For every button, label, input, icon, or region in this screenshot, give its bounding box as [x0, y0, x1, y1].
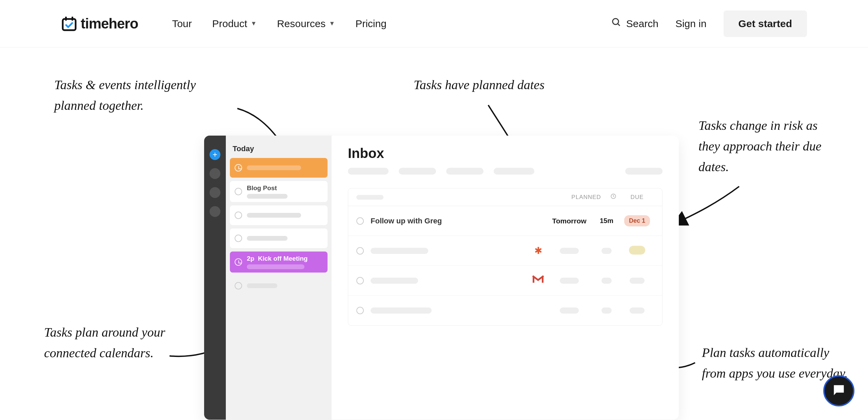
search-icon: [611, 17, 622, 30]
placeholder: [630, 278, 645, 284]
task-checkbox[interactable]: [356, 307, 364, 314]
zapier-icon: ✱: [531, 246, 546, 256]
task-checkbox[interactable]: [235, 212, 242, 219]
placeholder: [371, 307, 432, 314]
event-card-kickoff[interactable]: 2p Kick off Meeting: [230, 252, 328, 273]
table-row[interactable]: [348, 296, 662, 325]
logo-text: timehero: [81, 16, 138, 32]
get-started-button[interactable]: Get started: [724, 11, 807, 37]
primary-nav: Tour Product▼ Resources▼ Pricing: [172, 18, 387, 29]
task-card-blog-post[interactable]: Blog Post: [230, 181, 328, 202]
due-badge: [629, 246, 645, 255]
placeholder: [601, 307, 612, 314]
today-sidebar: Today Blog Post: [226, 136, 332, 420]
nav-resources[interactable]: Resources▼: [277, 18, 335, 29]
inbox-panel: Inbox PLANNED DUE Foll: [332, 136, 679, 420]
nav-tour[interactable]: Tour: [172, 18, 192, 29]
task-checkbox[interactable]: [356, 217, 364, 225]
table-row[interactable]: [348, 266, 662, 296]
svg-rect-0: [63, 19, 76, 30]
task-card[interactable]: [230, 228, 328, 248]
filter-pill[interactable]: [446, 168, 484, 175]
svg-point-3: [613, 19, 619, 25]
annotation-risk: Tasks change in risk as they approach th…: [698, 115, 841, 177]
inbox-title: Inbox: [348, 146, 663, 161]
clock-icon: [235, 164, 242, 172]
filter-pill[interactable]: [494, 168, 534, 175]
placeholder: [371, 278, 418, 284]
event-title: 2p Kick off Meeting: [247, 255, 323, 262]
nav-product[interactable]: Product▼: [212, 18, 257, 29]
clock-icon: [235, 258, 242, 266]
placeholder: [247, 213, 301, 218]
placeholder: [560, 278, 579, 284]
placeholder: [601, 278, 612, 284]
placeholder: [601, 248, 612, 254]
placeholder: [247, 236, 288, 241]
placeholder: [247, 165, 301, 170]
search-button[interactable]: Search: [611, 17, 658, 30]
nav-rail: +: [204, 136, 226, 420]
table-row[interactable]: ✱: [348, 236, 662, 266]
chat-launcher[interactable]: [823, 375, 854, 406]
header-actions: Search Sign in Get started: [611, 11, 807, 37]
filter-pill[interactable]: [399, 168, 436, 175]
site-header: timehero Tour Product▼ Resources▼ Pricin…: [0, 0, 868, 47]
clock-icon: [607, 193, 620, 201]
calendar-check-icon: [61, 16, 77, 32]
chat-icon: [831, 383, 846, 399]
annotation-planned-dates: Tasks have planned dates: [414, 75, 590, 95]
task-title: Blog Post: [247, 184, 323, 192]
inbox-table: PLANNED DUE Follow up with Greg Tomorrow…: [348, 188, 663, 326]
add-button[interactable]: +: [210, 149, 220, 160]
logo[interactable]: timehero: [61, 16, 138, 32]
rail-item[interactable]: [210, 168, 220, 179]
placeholder: [247, 194, 288, 199]
col-planned: PLANNED: [566, 194, 607, 201]
due-value: Dec 1: [620, 215, 654, 226]
svg-rect-1: [65, 17, 67, 21]
annotation-planned-together: Tasks & events intelligently planned tog…: [54, 75, 231, 116]
annotation-integrations: Plan tasks automatically from apps you u…: [702, 342, 851, 384]
gmail-icon: [531, 275, 546, 286]
placeholder: [630, 307, 645, 314]
filter-pill[interactable]: [625, 168, 663, 175]
chevron-down-icon: ▼: [329, 20, 335, 27]
table-head: PLANNED DUE: [348, 188, 662, 206]
task-title: Follow up with Greg: [371, 217, 442, 225]
hero-content: Tasks & events intelligently planned tog…: [0, 47, 868, 420]
rail-item[interactable]: [210, 187, 220, 198]
app-preview: + Today Blog Post: [204, 136, 679, 420]
svg-line-4: [618, 24, 620, 26]
duration-value: 15m: [593, 217, 620, 225]
task-checkbox[interactable]: [356, 277, 364, 284]
event-card[interactable]: [230, 158, 328, 178]
table-row[interactable]: Follow up with Greg Tomorrow 15m Dec 1: [348, 206, 662, 236]
annotation-calendars: Tasks plan around your connected calenda…: [44, 322, 190, 363]
rail-item[interactable]: [210, 206, 220, 217]
placeholder: [560, 248, 579, 254]
task-checkbox[interactable]: [235, 235, 242, 242]
filter-pills: [348, 168, 663, 175]
signin-link[interactable]: Sign in: [675, 18, 707, 29]
placeholder: [560, 307, 579, 314]
task-checkbox[interactable]: [235, 188, 242, 195]
placeholder: [247, 264, 304, 269]
task-card[interactable]: [230, 276, 328, 296]
planned-value: Tomorrow: [546, 217, 593, 225]
chevron-down-icon: ▼: [251, 20, 257, 27]
filter-pill[interactable]: [348, 168, 389, 175]
task-checkbox[interactable]: [356, 247, 364, 255]
col-due: DUE: [620, 194, 654, 201]
sidebar-title: Today: [230, 140, 328, 158]
placeholder: [247, 283, 277, 288]
nav-pricing[interactable]: Pricing: [355, 18, 387, 29]
task-checkbox[interactable]: [235, 282, 242, 289]
task-card[interactable]: [230, 205, 328, 225]
placeholder: [356, 195, 383, 200]
placeholder: [371, 248, 428, 254]
svg-rect-2: [72, 17, 73, 21]
